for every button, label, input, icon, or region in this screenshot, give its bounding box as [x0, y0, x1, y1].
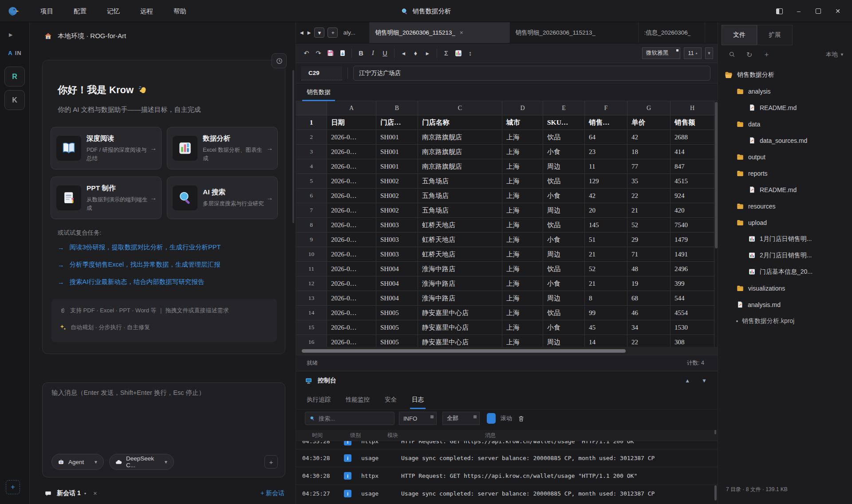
refresh-icon[interactable]: ↻ [746, 51, 752, 59]
scope-dropdown[interactable]: 本地▼ [826, 51, 844, 59]
sheet-cell[interactable]: 饮品 [543, 218, 585, 232]
file-tree-item[interactable]: analysis.md [718, 296, 852, 313]
file-tree-item[interactable]: 销售数据分析.kproj [718, 313, 852, 329]
sheet-cell[interactable]: 2026-0… [327, 218, 376, 232]
sheet-cell[interactable]: 2026-0… [327, 203, 376, 218]
sheet-cell[interactable]: 五角场店 [418, 174, 502, 189]
expand-arrow-icon[interactable]: ▶ [9, 32, 12, 38]
file-tree-item[interactable]: visualizations [718, 280, 852, 296]
sheet-cell[interactable]: 45 [585, 320, 627, 335]
formula-input[interactable] [353, 66, 710, 81]
history-button[interactable] [272, 53, 287, 68]
column-header[interactable]: F [585, 101, 627, 115]
underline-button[interactable]: U [379, 47, 391, 59]
sheet-cell[interactable]: 城市 [502, 115, 543, 130]
menubar-item[interactable]: 配置 [63, 0, 97, 22]
sheet-cell[interactable]: SH001 [376, 159, 418, 174]
sheet-cell[interactable]: 南京路旗舰店 [418, 130, 502, 145]
sheet-cell[interactable]: 2026-0… [327, 159, 376, 174]
sheet-cell[interactable]: 7540 [671, 218, 714, 232]
minimize-button[interactable]: – [789, 0, 809, 22]
feature-card[interactable]: PPT 制作 从数据到演示的端到端生成 → [51, 177, 162, 219]
search-icon[interactable] [729, 51, 736, 58]
sheet-cell[interactable]: 420 [671, 203, 714, 218]
sheet-cell[interactable]: 五角场店 [418, 203, 502, 218]
workspace-badge[interactable]: AIN [0, 50, 30, 56]
file-tree-item[interactable]: data [718, 116, 852, 132]
sheet-cell[interactable]: 99 [585, 306, 627, 320]
sheet-cell[interactable]: SH003 [376, 232, 418, 247]
session-close-button[interactable]: × [93, 490, 97, 497]
sheet-cell[interactable]: 2026-0… [327, 189, 376, 203]
row-number[interactable]: 4 [296, 159, 327, 174]
sheet-cell[interactable]: 1530 [671, 320, 714, 335]
editor-tab[interactable]: 销售明细_20260306_115213_ × [370, 22, 510, 43]
align-center-button[interactable]: ♦ [410, 47, 422, 59]
sheet-cell[interactable]: 饮品 [543, 306, 585, 320]
sheet-cell[interactable]: 单价 [627, 115, 671, 130]
sheet-cell[interactable]: 23 [585, 145, 627, 159]
sheet-cell[interactable]: 2026-0… [327, 276, 376, 291]
sheet-cell[interactable]: 饮品 [543, 130, 585, 145]
chat-scrollbar[interactable] [292, 70, 294, 223]
task-link[interactable]: → 分析季度销售Excel，找出异常数据，生成管理层汇报 [58, 256, 275, 273]
sheet-tab[interactable]: 销售数据 [302, 83, 335, 101]
session-tab[interactable]: 新会话 1 [57, 489, 81, 497]
column-header[interactable]: H [671, 101, 714, 115]
file-tree-item[interactable]: README.md [718, 99, 852, 116]
row-number[interactable]: 15 [296, 320, 327, 335]
file-tree-item[interactable]: upload [718, 214, 852, 231]
sheet-cell[interactable]: 46 [627, 306, 671, 320]
sheet-cell[interactable]: 小食 [543, 145, 585, 159]
sheet-cell[interactable]: 22 [627, 189, 671, 203]
sheet-cell[interactable]: 上海 [502, 320, 543, 335]
maximize-button[interactable] [809, 0, 828, 22]
sheet-cell[interactable]: 小食 [543, 320, 585, 335]
sheet-cell[interactable]: SH002 [376, 189, 418, 203]
font-size-dropdown-icon[interactable]: ▼ [705, 47, 713, 59]
menubar-item[interactable]: 项目 [30, 0, 63, 22]
sheet-cell[interactable]: 南京路旗舰店 [418, 145, 502, 159]
sheet-cell[interactable]: 129 [585, 174, 627, 189]
sheet-cell[interactable]: 11 [585, 159, 627, 174]
file-tree-item[interactable]: analysis [718, 83, 852, 99]
column-header[interactable]: E [543, 101, 585, 115]
row-number[interactable]: 3 [296, 145, 327, 159]
row-number[interactable]: 6 [296, 189, 327, 203]
row-height-button[interactable]: ↕ [464, 47, 476, 59]
row-number[interactable]: 7 [296, 203, 327, 218]
sheet-cell[interactable]: SH005 [376, 320, 418, 335]
sheet-cell[interactable]: 308 [671, 335, 714, 347]
sheet-cell[interactable]: 34 [627, 320, 671, 335]
sheet-cell[interactable]: 南京路旗舰店 [418, 159, 502, 174]
sheet-cell[interactable]: 周边 [543, 291, 585, 306]
console-scroll-dot[interactable] [714, 430, 716, 434]
row-number[interactable]: 13 [296, 291, 327, 306]
sheet-cell[interactable]: 20 [585, 203, 627, 218]
new-tab-button[interactable]: ＋ [327, 28, 338, 38]
sheet-cell[interactable]: 2026-0… [327, 174, 376, 189]
column-header[interactable]: A [327, 101, 376, 115]
sum-button[interactable]: Σ [440, 47, 452, 59]
file-tree-item[interactable]: 2月门店日销售明... [718, 247, 852, 264]
grid-corner[interactable] [296, 101, 327, 115]
sheet-cell[interactable]: 小食 [543, 189, 585, 203]
sheet-cell[interactable]: 小食 [543, 276, 585, 291]
sheet-cell[interactable]: 2688 [671, 130, 714, 145]
new-session-button[interactable]: + 新会话 [260, 489, 284, 497]
sheet-cell[interactable]: 2026-0… [327, 320, 376, 335]
sheet-cell[interactable]: 淮海中路店 [418, 291, 502, 306]
sheet-cell[interactable]: 51 [585, 232, 627, 247]
sheet-cell[interactable]: 21 [585, 247, 627, 262]
sheet-cell[interactable]: 4554 [671, 306, 714, 320]
sheet-cell[interactable]: 门店名称 [418, 115, 502, 130]
sheet-cell[interactable]: 门店… [376, 115, 418, 130]
sheet-cell[interactable]: 22 [627, 335, 671, 347]
sheet-cell[interactable]: 2026-0… [327, 335, 376, 347]
sheet-cell[interactable]: 淮海中路店 [418, 262, 502, 276]
sheet-cell[interactable]: 42 [585, 189, 627, 203]
sheet-cell[interactable]: 4515 [671, 174, 714, 189]
sheet-cell[interactable]: 52 [627, 218, 671, 232]
align-left-button[interactable]: ◂ [398, 47, 410, 59]
log-module-select[interactable]: 全部 [442, 412, 480, 425]
